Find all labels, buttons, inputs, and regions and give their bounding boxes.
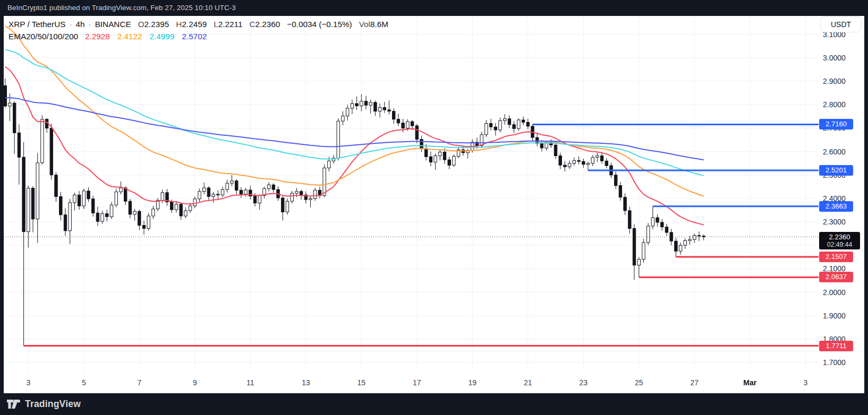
frame-left-border — [0, 16, 4, 393]
time-axis-label: 9 — [193, 378, 197, 387]
time-axis-label: 13 — [302, 378, 310, 387]
ohlc-low: L2.2211 — [214, 20, 242, 29]
ema-value-200: 2.5702 — [182, 32, 207, 41]
price-axis-label: 2.3000 — [823, 217, 846, 227]
legend-separator: · — [85, 20, 95, 29]
ema-label[interactable]: EMA — [8, 32, 26, 41]
time-axis[interactable]: 3579111315171921232527Mar3 — [0, 374, 819, 393]
time-axis-label: 25 — [635, 378, 643, 387]
time-axis-label: 19 — [469, 378, 477, 387]
time-axis-label: 3 — [803, 378, 807, 387]
time-axis-label: 7 — [137, 378, 141, 387]
tradingview-brand-text[interactable]: TradingView — [25, 399, 81, 410]
footer-bar: TradingView — [0, 393, 868, 415]
frame-right-border — [864, 16, 868, 393]
symbol-row: XRP / TetherUS · 4h · BINANCE O2.2395 H2… — [8, 19, 388, 30]
ohlc-open: O2.2395 — [138, 20, 169, 29]
candle-countdown: 02:49:44 — [819, 241, 860, 249]
legend-separator: · — [65, 20, 75, 29]
current-price-badge: 2.236002:49:44 — [819, 232, 860, 249]
price-level-badge: 2.7160 — [819, 119, 853, 129]
volume-label: Vol — [359, 20, 370, 29]
price-axis-label: 2.0000 — [823, 288, 846, 297]
exchange-label[interactable]: BINANCE — [95, 20, 131, 29]
price-level-badge: 2.5201 — [819, 165, 853, 176]
change-value: −0.0034 (−0.15%) — [287, 20, 352, 29]
ema-params: 20/50/100/200 — [26, 32, 78, 41]
price-level-badge: 2.3663 — [819, 201, 853, 212]
volume-group: Vol8.6M — [359, 20, 388, 29]
price-axis-label: 1.9000 — [823, 311, 846, 321]
interval-label[interactable]: 4h — [76, 20, 85, 29]
volume-value: 8.6M — [370, 20, 388, 29]
tradingview-published-chart: BeInCrypto1 published on TradingView.com… — [0, 0, 868, 415]
ema-value-100: 2.4999 — [150, 32, 175, 41]
time-axis-label: Mar — [743, 378, 756, 387]
time-axis-label: 17 — [413, 378, 421, 387]
price-level-badge: 1.7711 — [819, 341, 853, 351]
ohlc-close: C2.2360 — [249, 20, 280, 29]
ema-indicator-row: EMA 20/50/100/200 2.2928 2.4122 2.4999 2… — [8, 31, 388, 42]
currency-toggle-button[interactable]: USDT — [820, 16, 862, 32]
price-level-badge: 2.0637 — [819, 272, 853, 282]
chart-legend: XRP / TetherUS · 4h · BINANCE O2.2395 H2… — [8, 19, 388, 42]
price-axis-label: 2.8000 — [823, 100, 846, 109]
tradingview-logo-icon[interactable] — [6, 399, 21, 409]
symbol-title[interactable]: XRP / TetherUS — [8, 20, 65, 29]
price-axis[interactable]: 3.10003.00002.90002.80002.70002.60002.50… — [819, 16, 864, 393]
time-axis-label: 5 — [82, 378, 86, 387]
ema-value-20: 2.2928 — [85, 32, 110, 41]
ema-value-50: 2.4122 — [117, 32, 142, 41]
price-axis-label: 2.9000 — [823, 76, 846, 86]
time-axis-label: 15 — [358, 378, 366, 387]
time-axis-label: 11 — [246, 378, 254, 387]
price-axis-label: 2.6000 — [823, 147, 846, 157]
time-axis-label: 23 — [580, 378, 588, 387]
ohlc-high: H2.2459 — [176, 20, 207, 29]
price-level-badge: 2.1507 — [819, 252, 853, 262]
time-axis-label: 27 — [691, 378, 699, 387]
time-axis-label: 3 — [26, 378, 30, 387]
time-axis-label: 21 — [524, 378, 532, 387]
price-axis-label: 1.7000 — [823, 358, 846, 367]
price-axis-label: 3.0000 — [823, 53, 846, 63]
candlestick-chart-canvas[interactable] — [0, 0, 868, 415]
